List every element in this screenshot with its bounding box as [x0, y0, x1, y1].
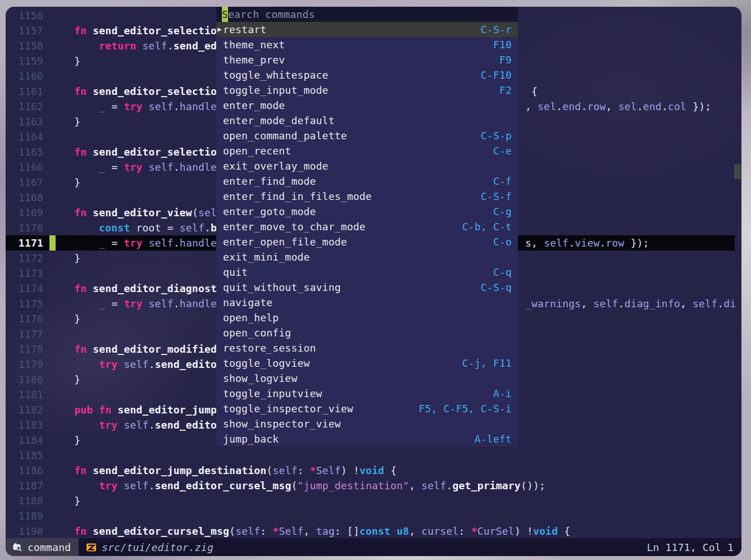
- code-token: self: [180, 222, 204, 234]
- command-shortcut: C-f: [493, 174, 512, 189]
- command-item[interactable]: toggle_inspector_viewF5, C-F5, C-S-i: [216, 401, 518, 416]
- code-token: :: [298, 465, 310, 476]
- command-shortcut: A-left: [475, 431, 512, 447]
- code-line[interactable]: 1185: [6, 448, 735, 463]
- code-line[interactable]: 1187 try self.send_editor_cursel_msg("ju…: [6, 478, 735, 493]
- line-number: 1181: [6, 387, 43, 402]
- code-token: .: [167, 40, 174, 52]
- code-line[interactable]: 1186 fn send_editor_jump_destination(sel…: [6, 463, 735, 478]
- code-token: });: [625, 237, 649, 249]
- code-token: return: [99, 40, 136, 52]
- line-number: 1165: [6, 144, 43, 160]
- code-token: fn: [99, 404, 111, 416]
- code-token: }: [49, 176, 80, 188]
- code-line[interactable]: 1189: [6, 508, 735, 523]
- command-item[interactable]: exit_mini_mode: [216, 249, 518, 265]
- command-item[interactable]: quit_without_savingC-S-q: [216, 280, 518, 295]
- command-item[interactable]: ▶restartC-S-r: [216, 22, 518, 37]
- command-item[interactable]: enter_mode_default: [216, 113, 518, 128]
- line-number: 1167: [6, 175, 43, 190]
- command-label: enter_find_in_files_mode: [223, 189, 372, 204]
- code-text: }: [49, 251, 80, 266]
- command-item[interactable]: exit_overlay_mode: [216, 158, 518, 174]
- command-item[interactable]: jump_backA-left: [216, 431, 518, 447]
- code-text: try self.send_edito: [49, 417, 217, 432]
- code-token: self: [272, 465, 297, 476]
- code-text: return self.send_ed: [49, 38, 217, 53]
- code-token: [49, 298, 99, 309]
- command-item[interactable]: enter_mode: [216, 98, 518, 113]
- command-item[interactable]: toggle_logviewC-j, F11: [216, 356, 518, 371]
- code-text: _ = try self.handle: [49, 296, 217, 311]
- code-token: send_editor_selectio: [93, 25, 217, 37]
- command-label: toggle_whitespace: [223, 67, 329, 83]
- command-item[interactable]: show_inspector_view: [216, 416, 518, 431]
- command-item[interactable]: theme_nextF10: [216, 37, 518, 52]
- code-token: self: [421, 480, 446, 491]
- command-label: exit_mini_mode: [223, 249, 310, 265]
- code-text: try self.send_editor_cursel_msg("jump_de…: [49, 478, 545, 493]
- command-item[interactable]: open_config: [216, 325, 518, 340]
- scrollbar-thumb[interactable]: [734, 164, 741, 179]
- code-text: _ = try self.handle: [49, 99, 217, 114]
- mode-indicator[interactable]: command: [6, 538, 79, 556]
- command-item[interactable]: theme_prevF9: [216, 52, 518, 67]
- code-text: _ = try self.handle: [49, 235, 217, 251]
- code-token: [49, 146, 74, 158]
- line-number: 1182: [6, 402, 43, 417]
- command-item[interactable]: toggle_whitespaceC-F10: [216, 67, 518, 83]
- code-token: self: [544, 237, 568, 249]
- code-token: [49, 283, 74, 294]
- code-token: });: [686, 101, 711, 112]
- command-label: theme_prev: [223, 52, 285, 67]
- code-token: fn: [74, 465, 87, 476]
- code-token: s,: [525, 237, 544, 249]
- command-item[interactable]: restore_session: [216, 340, 518, 356]
- command-item[interactable]: enter_move_to_char_modeC-b, C-t: [216, 219, 518, 234]
- command-shortcut: C-F10: [481, 67, 512, 83]
- command-item[interactable]: enter_find_modeC-f: [216, 174, 518, 189]
- command-item[interactable]: quitC-q: [216, 265, 518, 280]
- command-search-input[interactable]: S earch commands: [216, 7, 518, 22]
- code-token: .: [599, 237, 606, 249]
- file-path: src/tui/editor.zig: [102, 541, 213, 553]
- code-token: .: [568, 237, 575, 249]
- command-item[interactable]: open_command_paletteC-S-p: [216, 128, 518, 143]
- code-token: fn: [74, 146, 87, 158]
- command-item[interactable]: navigate: [216, 295, 518, 310]
- code-token: [49, 222, 99, 234]
- command-item[interactable]: toggle_input_modeF2: [216, 83, 518, 98]
- command-item[interactable]: toggle_inputviewA-i: [216, 386, 518, 401]
- command-item[interactable]: enter_goto_modeC-g: [216, 204, 518, 219]
- code-token: =: [105, 161, 124, 173]
- command-item[interactable]: enter_open_file_modeC-o: [216, 234, 518, 249]
- code-text-fragment: s, self.view.row });: [525, 235, 649, 251]
- code-text: _ = try self.handle: [49, 160, 217, 175]
- code-token: fn: [74, 25, 87, 37]
- code-token: [49, 101, 99, 112]
- command-item[interactable]: open_recentC-e: [216, 143, 518, 158]
- code-token: (: [291, 480, 297, 491]
- line-number: 1166: [6, 160, 43, 175]
- code-token: [87, 85, 93, 97]
- code-token: ,: [606, 101, 618, 112]
- command-item[interactable]: open_help: [216, 310, 518, 325]
- code-token: try: [99, 480, 117, 491]
- code-token: {: [384, 465, 397, 476]
- line-number: 1180: [6, 372, 43, 387]
- code-token: CurSel: [477, 525, 515, 537]
- code-token: row: [587, 101, 606, 112]
- command-item[interactable]: enter_find_in_files_modeC-S-f: [216, 189, 518, 204]
- code-token: [136, 40, 143, 52]
- code-token: [390, 525, 397, 537]
- code-line[interactable]: 1188 }: [6, 493, 735, 508]
- line-number: 1163: [6, 114, 43, 129]
- code-text: fn send_editor_selectio: [49, 144, 217, 160]
- command-item[interactable]: show_logview: [216, 371, 518, 386]
- line-number: 1187: [6, 478, 43, 493]
- code-token: ,: [525, 101, 538, 112]
- status-bar: command src/tui/editor.zig Ln 1171, Col …: [6, 538, 741, 556]
- code-line[interactable]: 1190 fn send_editor_cursel_msg(self: *Se…: [6, 523, 735, 539]
- code-token: send_editor_cursel_msg: [155, 480, 292, 491]
- code-text: try self.send_edito: [49, 357, 217, 372]
